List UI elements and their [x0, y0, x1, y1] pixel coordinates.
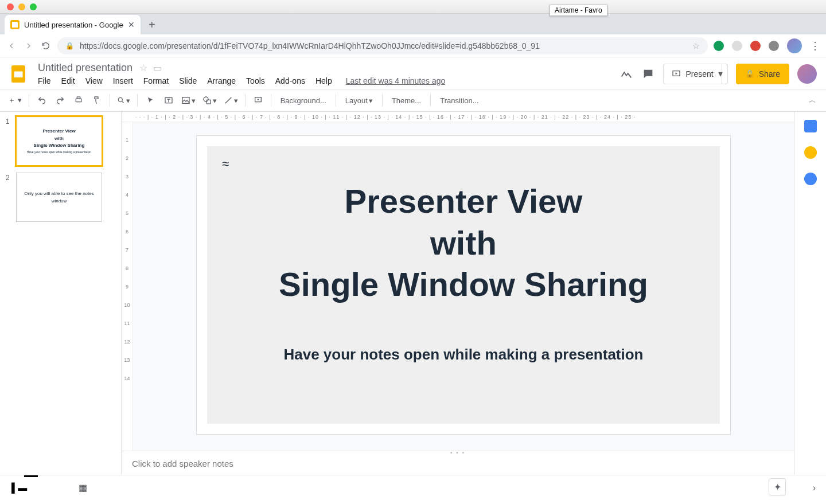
thumb-text: Single Window Sharing [34, 143, 85, 149]
slide-subtitle[interactable]: Have your notes open while making a pres… [283, 346, 643, 364]
theme-button[interactable]: Theme... [387, 92, 426, 108]
redo-button[interactable] [52, 92, 68, 108]
svg-point-8 [204, 97, 208, 101]
slide-canvas[interactable]: ≈ Presenter View with Single Window Shar… [197, 136, 730, 434]
activity-icon[interactable] [620, 67, 633, 81]
transition-button[interactable]: Transition... [435, 92, 483, 108]
comments-icon[interactable] [641, 67, 655, 81]
present-button[interactable]: Present [663, 64, 722, 84]
expand-sidepanel-button[interactable]: › [813, 483, 816, 493]
svg-point-5 [118, 97, 122, 101]
reload-button[interactable] [40, 40, 52, 52]
calendar-icon[interactable] [804, 120, 817, 132]
zoom-button[interactable]: ▾ [115, 92, 133, 108]
forward-button[interactable] [23, 40, 34, 52]
menu-slide[interactable]: Slide [179, 76, 197, 85]
hide-menus-button[interactable]: ︿ [804, 92, 820, 108]
slides-favicon-icon [10, 20, 20, 29]
explore-button[interactable]: ✦ [769, 478, 786, 495]
menu-file[interactable]: File [38, 76, 51, 85]
slide-thumb-2[interactable]: 2 Only you will able to see the notes wi… [6, 173, 115, 222]
side-panel [794, 112, 826, 475]
share-button[interactable]: 🔒 Share [736, 64, 789, 84]
browser-tab[interactable]: Untitled presentation - Google ✕ [5, 15, 141, 34]
account-avatar[interactable] [797, 64, 817, 84]
menu-tools[interactable]: Tools [246, 76, 265, 85]
slide-title[interactable]: Presenter View with Single Window Sharin… [279, 181, 648, 306]
tab-title: Untitled presentation - Google [24, 21, 123, 29]
speaker-notes[interactable]: Click to add speaker notes [122, 454, 794, 475]
filmstrip-view-button[interactable]: ▌▬ [11, 483, 27, 493]
close-tab-icon[interactable]: ✕ [128, 20, 135, 29]
slide-number: 1 [6, 116, 13, 166]
select-tool-button[interactable] [142, 92, 158, 108]
new-tab-button[interactable]: + [144, 17, 160, 33]
extension-icon[interactable] [750, 41, 761, 51]
paint-format-button[interactable] [89, 92, 105, 108]
menu-edit[interactable]: Edit [61, 76, 75, 85]
minimize-window-button[interactable] [18, 3, 25, 10]
chrome-profile-avatar[interactable] [787, 38, 802, 53]
menu-help[interactable]: Help [315, 76, 332, 85]
bottom-bar: ▌▬ ▦ ✦ › [0, 475, 826, 500]
menu-insert[interactable]: Insert [113, 76, 133, 85]
last-edit-link[interactable]: Last edit was 4 minutes ago [346, 76, 446, 85]
hover-tooltip: Airtame - Favro [550, 5, 607, 16]
share-label: Share [759, 69, 780, 79]
layout-button[interactable]: Layout ▾ [341, 92, 377, 108]
thumb-text: Have your notes open while making a pres… [27, 150, 91, 154]
menu-addons[interactable]: Add-ons [275, 76, 305, 85]
shape-button[interactable]: ▾ [200, 92, 219, 108]
grid-view-button[interactable]: ▦ [79, 482, 87, 493]
slides-logo-icon[interactable] [7, 62, 30, 85]
document-title[interactable]: Untitled presentation [38, 62, 133, 74]
horizontal-ruler: · · · | · 1 · | · 2 · | · 3 · | · 4 · | … [122, 112, 794, 122]
extension-icon[interactable] [714, 41, 724, 51]
comment-button[interactable] [250, 92, 266, 108]
folder-icon[interactable]: ▭ [153, 62, 162, 73]
present-dropdown-button[interactable]: ▾ [714, 64, 728, 84]
extension-icon[interactable] [732, 41, 742, 51]
textbox-button[interactable] [161, 92, 177, 108]
menu-bar: File Edit View Insert Format Slide Arran… [38, 75, 611, 85]
star-icon[interactable]: ☆ [139, 62, 147, 73]
docs-header: Untitled presentation ☆ ▭ File Edit View… [0, 57, 826, 85]
svg-rect-9 [206, 100, 211, 104]
vertical-ruler: 1234567891011121314 [122, 122, 133, 451]
bookmark-star-icon[interactable]: ☆ [692, 41, 700, 50]
print-button[interactable] [71, 92, 87, 108]
lock-icon: 🔒 [65, 42, 74, 50]
menu-format[interactable]: Format [143, 76, 169, 85]
toolbar: ＋ ▾ ▾ ▾ ▾ ▾ Background... Layout ▾ Theme… [0, 89, 826, 112]
extension-icon[interactable] [769, 41, 779, 51]
menu-arrange[interactable]: Arrange [207, 76, 236, 85]
tasks-icon[interactable] [804, 173, 817, 185]
svg-rect-4 [77, 97, 80, 99]
line-button[interactable]: ▾ [221, 92, 240, 108]
approx-icon: ≈ [222, 157, 229, 171]
image-button[interactable]: ▾ [179, 92, 198, 108]
menu-view[interactable]: View [85, 76, 103, 85]
zoom-window-button[interactable] [30, 3, 37, 10]
filmstrip: 1 Presenter View with Single Window Shar… [0, 112, 122, 475]
thumb-text: with [54, 136, 64, 142]
undo-button[interactable] [34, 92, 50, 108]
back-button[interactable] [6, 40, 17, 52]
svg-rect-3 [76, 99, 81, 101]
present-icon [672, 69, 681, 79]
slide-number: 2 [6, 173, 13, 222]
chrome-menu-button[interactable]: ⋮ [810, 40, 820, 52]
browser-tabstrip: Untitled presentation - Google ✕ + [0, 14, 826, 34]
address-bar[interactable]: 🔒 https://docs.google.com/presentation/d… [57, 37, 708, 54]
svg-rect-1 [14, 71, 23, 77]
thumb-text: window [52, 198, 67, 204]
browser-toolbar: 🔒 https://docs.google.com/presentation/d… [0, 34, 826, 57]
slide-thumb-1[interactable]: 1 Presenter View with Single Window Shar… [6, 116, 115, 166]
url-text: https://docs.google.com/presentation/d/1… [80, 41, 687, 50]
background-button[interactable]: Background... [276, 92, 331, 108]
slide-stage[interactable]: ≈ Presenter View with Single Window Shar… [133, 122, 794, 451]
close-window-button[interactable] [7, 3, 14, 10]
keep-icon[interactable] [804, 146, 817, 159]
new-slide-button[interactable]: ＋ ▾ [6, 92, 24, 108]
extension-icons: ⋮ [714, 38, 820, 53]
